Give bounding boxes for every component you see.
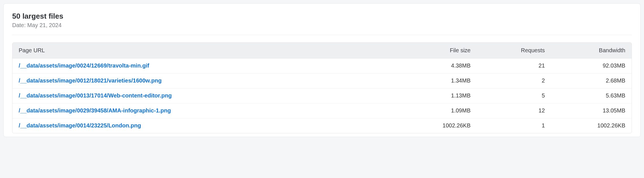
file-url-link[interactable]: /__data/assets/image/0029/39458/AMA-info… <box>19 107 171 114</box>
cell-requests: 5 <box>477 88 551 103</box>
table-row: /__data/assets/image/0013/17014/Web-cont… <box>12 88 632 103</box>
cell-size: 1002.26KB <box>396 118 477 133</box>
col-header-bandwidth: Bandwidth <box>551 43 632 58</box>
card-title: 50 largest files <box>12 12 632 21</box>
cell-url: /__data/assets/image/0012/18021/varietie… <box>12 73 396 88</box>
cell-requests: 2 <box>477 73 551 88</box>
file-url-link[interactable]: /__data/assets/image/0012/18021/varietie… <box>19 77 162 84</box>
files-table: Page URL File size Requests Bandwidth /_… <box>12 43 632 133</box>
cell-url: /__data/assets/image/0014/23225/London.p… <box>12 118 396 133</box>
table-row: /__data/assets/image/0014/23225/London.p… <box>12 118 632 133</box>
file-url-link[interactable]: /__data/assets/image/0024/12669/travolta… <box>19 62 149 69</box>
card-subtitle: Date: May 21, 2024 <box>12 22 632 29</box>
col-header-url: Page URL <box>12 43 396 58</box>
file-url-link[interactable]: /__data/assets/image/0014/23225/London.p… <box>19 122 141 129</box>
cell-size: 1.13MB <box>396 88 477 103</box>
table-header-row: Page URL File size Requests Bandwidth <box>12 43 632 58</box>
cell-bandwidth: 5.63MB <box>551 88 632 103</box>
table-row: /__data/assets/image/0029/39458/AMA-info… <box>12 103 632 118</box>
table-row: /__data/assets/image/0024/12669/travolta… <box>12 58 632 73</box>
cell-bandwidth: 13.05MB <box>551 103 632 118</box>
col-header-requests: Requests <box>477 43 551 58</box>
cell-size: 1.09MB <box>396 103 477 118</box>
cell-url: /__data/assets/image/0029/39458/AMA-info… <box>12 103 396 118</box>
files-table-wrap: Page URL File size Requests Bandwidth /_… <box>12 42 632 133</box>
cell-url: /__data/assets/image/0024/12669/travolta… <box>12 58 396 73</box>
card-header: 50 largest files Date: May 21, 2024 <box>12 12 632 35</box>
col-header-size: File size <box>396 43 477 58</box>
cell-bandwidth: 1002.26KB <box>551 118 632 133</box>
cell-size: 4.38MB <box>396 58 477 73</box>
cell-bandwidth: 2.68MB <box>551 73 632 88</box>
table-row: /__data/assets/image/0012/18021/varietie… <box>12 73 632 88</box>
cell-bandwidth: 92.03MB <box>551 58 632 73</box>
cell-requests: 21 <box>477 58 551 73</box>
cell-requests: 12 <box>477 103 551 118</box>
cell-size: 1.34MB <box>396 73 477 88</box>
cell-requests: 1 <box>477 118 551 133</box>
cell-url: /__data/assets/image/0013/17014/Web-cont… <box>12 88 396 103</box>
largest-files-card: 50 largest files Date: May 21, 2024 Page… <box>3 3 641 137</box>
file-url-link[interactable]: /__data/assets/image/0013/17014/Web-cont… <box>19 92 172 99</box>
